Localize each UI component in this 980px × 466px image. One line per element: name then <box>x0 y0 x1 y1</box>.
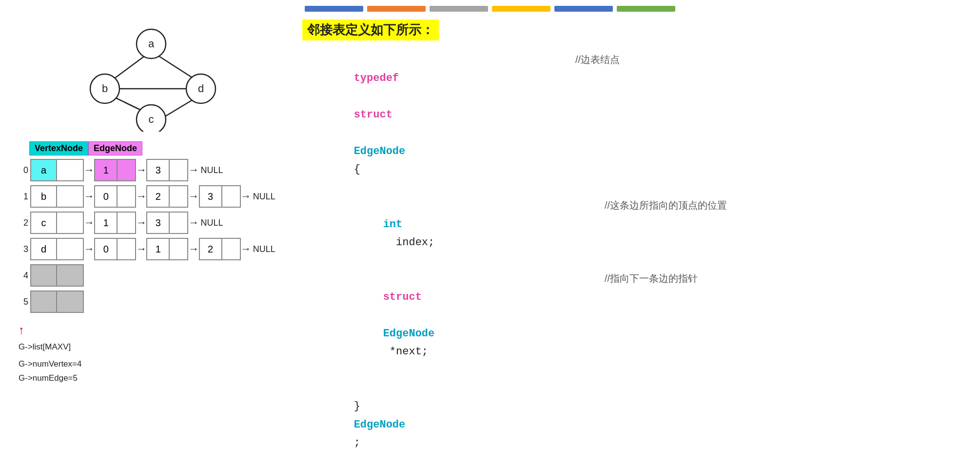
table-row: 2 c → 1 → 3 → NULL <box>15 210 288 235</box>
label-list: G->list[MAXV] <box>19 340 288 354</box>
table-row: 5 <box>15 289 288 314</box>
svg-text:b: b <box>102 82 108 95</box>
code-block-edgenode: typedef struct EdgeNode { //边表结点 int ind… <box>302 51 956 466</box>
color-bar <box>305 6 363 12</box>
edge-node-label: EdgeNode <box>88 141 142 155</box>
color-bar <box>492 6 550 12</box>
color-bar <box>554 6 613 12</box>
vertex-node-label: VertexNode <box>29 141 88 155</box>
table-row: 4 <box>15 263 288 288</box>
adj-table: 0 a → 1 → 3 → NULL 1 b → <box>15 157 288 314</box>
label-row: VertexNode EdgeNode <box>29 141 288 155</box>
label-numvertex: G->numVertex=4 <box>19 357 288 371</box>
table-row: 0 a → 1 → 3 → NULL <box>15 157 288 183</box>
color-bar <box>430 6 488 12</box>
graph-diagram: a b c d <box>73 19 229 127</box>
color-bars <box>0 0 980 16</box>
color-bar <box>617 6 675 12</box>
left-panel: a b c d VertexNode EdgeNode 0 a → 1 → <box>15 19 288 385</box>
svg-text:a: a <box>148 38 155 50</box>
label-numedge: G->numEdge=5 <box>19 371 288 386</box>
section-title: 邻接表定义如下所示： <box>302 19 439 40</box>
graph-svg: a b c d <box>73 19 229 132</box>
svg-text:c: c <box>149 113 154 125</box>
table-row: 1 b → 0 → 2 → 3 → NULL <box>15 184 288 209</box>
svg-text:d: d <box>198 82 204 95</box>
bottom-labels: ↑ G->list[MAXV] G->numVertex=4 G->numEdg… <box>19 320 288 385</box>
table-row: 3 d → 0 → 1 → 2 → NULL <box>15 236 288 262</box>
right-panel: 邻接表定义如下所示： typedef struct EdgeNode { //边… <box>302 19 956 466</box>
color-bar <box>367 6 426 12</box>
